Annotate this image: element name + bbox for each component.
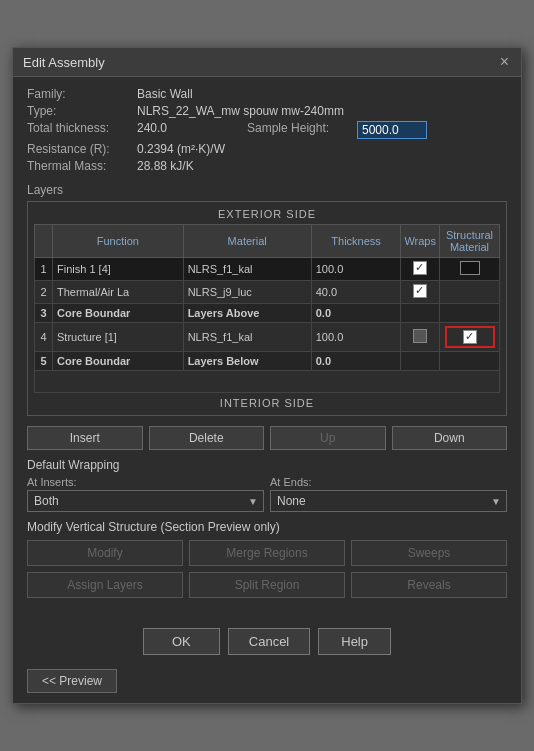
ok-button[interactable]: OK [143, 628, 220, 655]
row-material: Layers Above [183, 304, 311, 323]
row-wraps[interactable] [401, 258, 440, 281]
row-num: 3 [35, 304, 53, 323]
preview-button[interactable]: << Preview [27, 669, 117, 693]
row-material: Layers Below [183, 352, 311, 371]
sample-height-label: Sample Height: [247, 121, 357, 139]
col-function: Function [53, 225, 184, 258]
at-inserts-select-wrap: None Exterior Interior Both ▼ [27, 490, 264, 512]
row-material: NLRS_j9_luc [183, 281, 311, 304]
checkbox-checked-icon [413, 261, 427, 275]
ok-cancel-row: OK Cancel Help [27, 628, 507, 661]
sample-height-input[interactable] [357, 121, 427, 139]
table-row[interactable]: 3 Core Boundar Layers Above 0.0 [35, 304, 500, 323]
merge-regions-button: Merge Regions [189, 540, 345, 566]
assign-layers-button: Assign Layers [27, 572, 183, 598]
modify-buttons-grid: Modify Merge Regions Sweeps Assign Layer… [27, 540, 507, 598]
at-ends-label: At Ends: [270, 476, 507, 488]
wrapping-grid: At Inserts: None Exterior Interior Both … [27, 476, 507, 512]
reveals-button: Reveals [351, 572, 507, 598]
help-button[interactable]: Help [318, 628, 391, 655]
row-function: Thermal/Air La [53, 281, 184, 304]
checkbox-checked-icon [413, 284, 427, 298]
exterior-side-label: EXTERIOR SIDE [34, 208, 500, 220]
col-num [35, 225, 53, 258]
table-row-empty [35, 371, 500, 393]
split-region-button: Split Region [189, 572, 345, 598]
row-thickness: 100.0 [311, 258, 401, 281]
up-button[interactable]: Up [270, 426, 386, 450]
layers-table: Function Material Thickness Wraps Struct… [34, 224, 500, 393]
resistance-value: 0.2394 (m²·K)/W [137, 142, 507, 156]
total-thickness-label: Total thickness: [27, 121, 137, 139]
dialog-content: Family: Basic Wall Type: NLRS_22_WA_mw s… [13, 77, 521, 608]
layers-section: EXTERIOR SIDE Function Material Thicknes… [27, 201, 507, 416]
edit-assembly-dialog: Edit Assembly × Family: Basic Wall Type:… [12, 47, 522, 704]
row-num: 4 [35, 323, 53, 352]
bottom-button-row: OK Cancel Help [13, 608, 521, 665]
at-ends-select-wrap: None Exterior Interior Both ▼ [270, 490, 507, 512]
row-struct [440, 258, 500, 281]
at-ends-select[interactable]: None Exterior Interior Both [270, 490, 507, 512]
interior-side-label: INTERIOR SIDE [34, 397, 500, 409]
close-button[interactable]: × [498, 54, 511, 70]
row-function: Structure [1] [53, 323, 184, 352]
struct-material-box [460, 261, 480, 275]
type-label: Type: [27, 104, 137, 118]
col-thickness: Thickness [311, 225, 401, 258]
table-row[interactable]: 1 Finish 1 [4] NLRS_f1_kal 100.0 [35, 258, 500, 281]
row-num: 2 [35, 281, 53, 304]
row-function: Core Boundar [53, 304, 184, 323]
family-label: Family: [27, 87, 137, 101]
row-struct [440, 304, 500, 323]
checkbox-unchecked-icon [413, 329, 427, 343]
col-material: Material [183, 225, 311, 258]
struct-highlight-box [445, 326, 495, 348]
dialog-title: Edit Assembly [23, 55, 105, 70]
row-struct [440, 352, 500, 371]
row-function: Core Boundar [53, 352, 184, 371]
table-row[interactable]: 5 Core Boundar Layers Below 0.0 [35, 352, 500, 371]
info-section: Family: Basic Wall Type: NLRS_22_WA_mw s… [27, 87, 507, 173]
col-wraps: Wraps [401, 225, 440, 258]
row-thickness: 100.0 [311, 323, 401, 352]
default-wrapping-title: Default Wrapping [27, 458, 507, 472]
table-row[interactable]: 4 Structure [1] NLRS_f1_kal 100.0 [35, 323, 500, 352]
modify-section-title: Modify Vertical Structure (Section Previ… [27, 520, 507, 534]
layers-section-label: Layers [27, 183, 507, 197]
insert-button[interactable]: Insert [27, 426, 143, 450]
row-thickness: 0.0 [311, 352, 401, 371]
row-struct [440, 281, 500, 304]
resistance-label: Resistance (R): [27, 142, 137, 156]
checkbox-checked-icon [463, 330, 477, 344]
row-thickness: 0.0 [311, 304, 401, 323]
row-thickness: 40.0 [311, 281, 401, 304]
row-wraps [401, 304, 440, 323]
row-wraps [401, 352, 440, 371]
delete-button[interactable]: Delete [149, 426, 265, 450]
thermal-mass-label: Thermal Mass: [27, 159, 137, 173]
row-num: 5 [35, 352, 53, 371]
thermal-mass-value: 28.88 kJ/K [137, 159, 507, 173]
at-inserts-select[interactable]: None Exterior Interior Both [27, 490, 264, 512]
table-buttons: Insert Delete Up Down [27, 426, 507, 450]
row-material: NLRS_f1_kal [183, 258, 311, 281]
family-value: Basic Wall [137, 87, 507, 101]
row-material: NLRS_f1_kal [183, 323, 311, 352]
row-num: 1 [35, 258, 53, 281]
cancel-button[interactable]: Cancel [228, 628, 310, 655]
total-thickness-value: 240.0 [137, 121, 247, 139]
at-inserts-col: At Inserts: None Exterior Interior Both … [27, 476, 264, 512]
at-inserts-label: At Inserts: [27, 476, 264, 488]
modify-button: Modify [27, 540, 183, 566]
table-row[interactable]: 2 Thermal/Air La NLRS_j9_luc 40.0 [35, 281, 500, 304]
row-struct-highlighted[interactable] [440, 323, 500, 352]
row-wraps[interactable] [401, 281, 440, 304]
row-wraps[interactable] [401, 323, 440, 352]
sweeps-button: Sweeps [351, 540, 507, 566]
col-structural-material: StructuralMaterial [440, 225, 500, 258]
title-bar: Edit Assembly × [13, 48, 521, 77]
down-button[interactable]: Down [392, 426, 508, 450]
row-function: Finish 1 [4] [53, 258, 184, 281]
preview-row: << Preview [13, 665, 521, 703]
at-ends-col: At Ends: None Exterior Interior Both ▼ [270, 476, 507, 512]
